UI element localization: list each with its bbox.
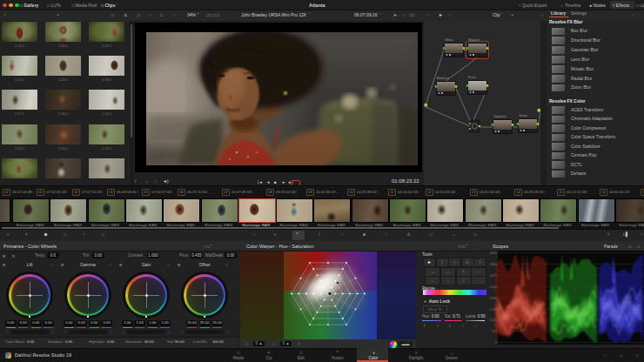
svg-text:Face: Face: [468, 75, 477, 79]
svg-text:2048: 2048: [490, 297, 497, 300]
svg-text:4096: 4096: [490, 251, 497, 255]
svg-text:1536: 1536: [490, 308, 497, 312]
svg-text:Vignette: Vignette: [493, 114, 506, 118]
svg-text:3072: 3072: [490, 274, 497, 278]
svg-text:Balance: Balance: [437, 76, 450, 80]
svg-text:2560: 2560: [490, 285, 497, 289]
svg-text:3584: 3584: [490, 263, 497, 266]
svg-text:1024: 1024: [490, 318, 497, 322]
svg-text:Grain: Grain: [519, 113, 527, 117]
svg-text:0: 0: [495, 341, 497, 345]
svg-text:512: 512: [492, 330, 497, 333]
svg-text:Glow: Glow: [445, 37, 453, 42]
